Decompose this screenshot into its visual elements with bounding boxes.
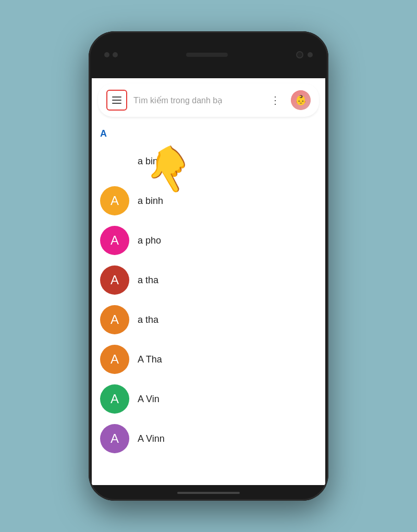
phone-top-bar <box>89 31 328 78</box>
contact-name: a tha <box>138 275 158 286</box>
contact-item[interactable]: a binh <box>100 141 317 181</box>
phone-bottom-bar <box>89 485 328 501</box>
contact-name: a pho <box>138 235 161 246</box>
avatar-letter: A <box>111 352 119 367</box>
contact-avatar: A <box>100 226 129 255</box>
avatar-letter: A <box>111 312 119 327</box>
contact-name: a binh <box>138 156 163 167</box>
phone-frame: 👇 Tìm kiếm trong danh bạ ⋮ 👶 A a b <box>89 31 328 501</box>
contact-name: A Vinn <box>138 433 165 444</box>
front-camera <box>296 51 303 58</box>
contact-name: A Vin <box>138 394 160 405</box>
menu-button[interactable] <box>106 90 127 111</box>
phone-screen: 👇 Tìm kiếm trong danh bạ ⋮ 👶 A a b <box>92 78 325 485</box>
speaker-grille <box>186 53 228 57</box>
contact-item[interactable]: A A Vinn <box>100 419 317 458</box>
contact-item[interactable]: A a tha <box>100 260 317 300</box>
sensor-dot <box>308 52 313 57</box>
contact-avatar: A <box>100 305 129 334</box>
contact-name: A Tha <box>138 354 162 365</box>
contact-name: a tha <box>138 315 158 325</box>
contact-avatar: A <box>100 186 129 215</box>
speaker-dot <box>104 52 109 57</box>
avatar-image: 👶 <box>291 90 311 110</box>
contact-item[interactable]: A A Vin <box>100 379 317 419</box>
avatar-letter: A <box>111 392 119 406</box>
search-bar: Tìm kiếm trong danh bạ ⋮ 👶 <box>98 83 319 117</box>
avatar-letter: A <box>111 431 119 446</box>
contact-avatar: A <box>100 265 129 295</box>
avatar-letter: A <box>111 233 119 248</box>
speaker-area <box>104 52 118 57</box>
hamburger-line <box>112 96 121 98</box>
contact-item[interactable]: A a pho <box>100 221 317 260</box>
contact-item[interactable]: A a tha <box>100 300 317 340</box>
avatar-letter: A <box>111 194 119 208</box>
hamburger-icon <box>112 96 121 104</box>
section-header-a: A <box>100 122 317 141</box>
contact-name: a binh <box>138 196 163 207</box>
hamburger-line <box>112 100 121 101</box>
more-options-button[interactable]: ⋮ <box>266 91 285 110</box>
avatar-letter: A <box>111 273 119 287</box>
contact-avatar <box>100 147 129 176</box>
user-avatar[interactable]: 👶 <box>291 90 311 110</box>
contact-avatar: A <box>100 345 129 374</box>
contact-item[interactable]: A A Tha <box>100 340 317 379</box>
speaker-dot <box>113 52 118 57</box>
contact-avatar: A <box>100 424 129 453</box>
contact-list: A a binh A a binh A a pho A <box>92 122 325 482</box>
contact-item[interactable]: A a binh <box>100 181 317 221</box>
contact-avatar: A <box>100 384 129 414</box>
search-input[interactable]: Tìm kiếm trong danh bạ <box>133 95 260 105</box>
sensor-area <box>296 51 313 58</box>
hamburger-line <box>112 103 121 104</box>
home-indicator <box>177 492 240 494</box>
